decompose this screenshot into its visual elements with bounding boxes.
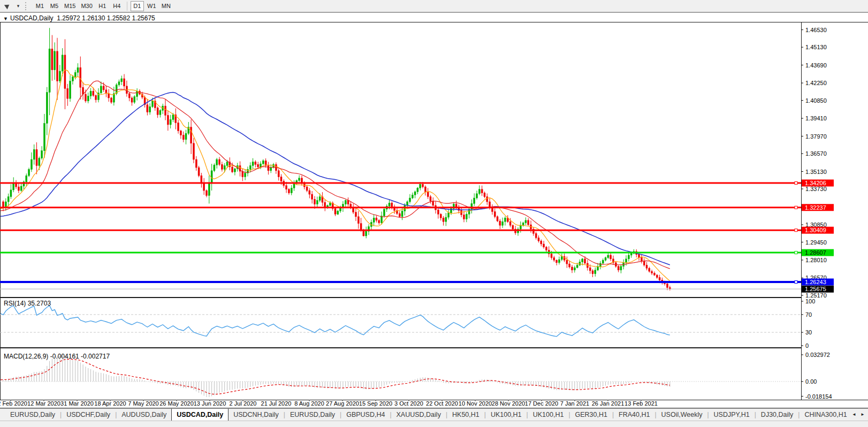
- chart-tab-DJ30-Daily[interactable]: DJ30,Daily: [756, 409, 798, 421]
- svg-text:1.26243: 1.26243: [805, 279, 826, 285]
- svg-text:0.032972: 0.032972: [805, 352, 830, 358]
- svg-text:1.28010: 1.28010: [805, 257, 827, 263]
- cursor-tool-icon[interactable]: [1, 1, 14, 11]
- chart-tab-bar: EURUSD,Daily|USDCHF,Daily|AUDUSD,DailyUS…: [0, 408, 868, 421]
- top-toolbar: ▾ M1M5M15M30H1H4D1W1MN: [0, 0, 868, 12]
- timeframe-button-D1[interactable]: D1: [131, 1, 144, 11]
- tab-scroll-right-icon[interactable]: ►: [858, 410, 867, 419]
- timeframe-button-M5[interactable]: M5: [48, 1, 61, 11]
- chart-window: 1.465301.451301.436901.422501.408501.394…: [0, 12, 868, 408]
- svg-text:7 Jan 2021: 7 Jan 2021: [560, 400, 589, 407]
- svg-text:22 Feb 2020: 22 Feb 2020: [0, 400, 27, 407]
- timeframe-button-W1[interactable]: W1: [145, 1, 158, 11]
- toolbar-separator: [127, 2, 127, 11]
- price-tag-1.32237: 1.32237: [802, 204, 834, 211]
- chart-tab-XAUUSD-Daily[interactable]: XAUUSD,Daily: [392, 409, 446, 421]
- price-tag-1.28607: 1.28607: [802, 249, 834, 256]
- svg-text:22 Oct 2020: 22 Oct 2020: [426, 400, 458, 407]
- price-chart-canvas[interactable]: 1.465301.451301.436901.422501.408501.394…: [0, 12, 868, 408]
- svg-text:1.39410: 1.39410: [805, 115, 827, 121]
- svg-text:13 Feb 2021: 13 Feb 2021: [625, 400, 658, 407]
- macd-indicator-label: MACD(12,26,9) -0.004161 -0.002717: [4, 353, 110, 360]
- price-tag-1.34206: 1.34206: [802, 180, 834, 187]
- timeframe-button-MN[interactable]: MN: [159, 1, 173, 11]
- svg-text:70: 70: [805, 311, 812, 318]
- timeframe-button-M15[interactable]: M15: [62, 1, 78, 11]
- svg-text:18 Apr 2020: 18 Apr 2020: [94, 400, 126, 407]
- svg-text:15 Sep 2020: 15 Sep 2020: [359, 400, 392, 407]
- svg-text:1.46530: 1.46530: [805, 27, 827, 33]
- chart-title: ▼USDCAD,Daily 1.25972 1.26130 1.25582 1.…: [3, 14, 155, 22]
- svg-text:21 Jul 2020: 21 Jul 2020: [261, 400, 292, 407]
- svg-text:31 Mar 2020: 31 Mar 2020: [60, 400, 94, 407]
- timeframe-button-H4[interactable]: H4: [110, 1, 124, 11]
- svg-text:1.42250: 1.42250: [805, 80, 827, 86]
- svg-text:27 Aug 2020: 27 Aug 2020: [326, 400, 359, 407]
- chart-tab-USDCNH-Daily[interactable]: USDCNH,Daily: [229, 409, 284, 421]
- svg-text:12 Mar 2020: 12 Mar 2020: [27, 400, 60, 407]
- chart-tab-EURUSD-Daily[interactable]: EURUSD,Daily: [285, 409, 340, 421]
- svg-text:7 May 2020: 7 May 2020: [128, 400, 158, 407]
- chart-tab-USDCAD-Daily[interactable]: USDCAD,Daily: [171, 408, 229, 421]
- chart-tab-USOil-Weekly[interactable]: USOil,Weekly: [657, 409, 707, 421]
- chart-tab-CHINA300-H1[interactable]: CHINA300,H1: [800, 409, 851, 421]
- svg-text:0: 0: [805, 342, 809, 349]
- svg-text:26 Jan 2021: 26 Jan 2021: [592, 400, 625, 407]
- svg-text:100: 100: [805, 298, 815, 304]
- toolbar-grip[interactable]: [25, 2, 28, 10]
- svg-text:1.35130: 1.35130: [805, 169, 827, 175]
- chart-tab-GER30-H1[interactable]: GER30,H1: [570, 409, 612, 421]
- svg-text:1.32237: 1.32237: [805, 204, 826, 211]
- timeframe-button-M1[interactable]: M1: [33, 1, 47, 11]
- chart-tab-USDCHF-Daily[interactable]: USDCHF,Daily: [62, 409, 115, 421]
- svg-text:1.33730: 1.33730: [805, 186, 827, 192]
- chart-tab-USDJPY-H1[interactable]: USDJPY,H1: [709, 409, 755, 421]
- tab-scroll-buttons: ◄ ►: [850, 410, 867, 419]
- svg-text:1.25675: 1.25675: [805, 286, 826, 292]
- svg-text:0.00: 0.00: [805, 378, 817, 385]
- chart-tab-HK50-H1[interactable]: HK50,H1: [447, 409, 484, 421]
- chart-tab-UK100-H1[interactable]: UK100,H1: [486, 409, 527, 421]
- tab-scroll-left-icon[interactable]: ◄: [850, 410, 858, 419]
- svg-text:30: 30: [805, 329, 812, 336]
- price-hline-1.26243[interactable]: [0, 281, 801, 284]
- svg-text:1.29450: 1.29450: [805, 239, 827, 246]
- svg-text:1.43690: 1.43690: [805, 62, 827, 68]
- svg-text:17 Dec 2020: 17 Dec 2020: [525, 400, 558, 407]
- svg-text:10 Nov 2020: 10 Nov 2020: [459, 400, 492, 407]
- price-tag-1.30409: 1.30409: [802, 227, 834, 234]
- svg-text:1.34206: 1.34206: [805, 180, 826, 186]
- svg-text:1.30409: 1.30409: [805, 227, 826, 233]
- svg-text:1.45130: 1.45130: [805, 44, 827, 50]
- svg-text:1.28607: 1.28607: [805, 249, 826, 256]
- timeframe-button-H1[interactable]: H1: [96, 1, 109, 11]
- chart-tab-EURUSD-Daily[interactable]: EURUSD,Daily: [5, 409, 60, 421]
- svg-text:1.40850: 1.40850: [805, 97, 827, 104]
- svg-text:28 Nov 2020: 28 Nov 2020: [492, 400, 525, 407]
- chart-tab-UK100-H1[interactable]: UK100,H1: [528, 409, 569, 421]
- svg-text:3 Oct 2020: 3 Oct 2020: [394, 400, 423, 407]
- svg-text:2 Jul 2020: 2 Jul 2020: [230, 400, 257, 407]
- svg-text:-0.018154: -0.018154: [805, 393, 832, 400]
- timeframe-button-M30[interactable]: M30: [79, 1, 94, 11]
- chart-tab-AUDUSD-Daily[interactable]: AUDUSD,Daily: [117, 409, 171, 421]
- rsi-indicator-label: RSI(14) 35.2703: [4, 300, 51, 307]
- timeframe-button-group: M1M5M15M30H1H4D1W1MN: [33, 1, 173, 11]
- chevron-down-icon[interactable]: ▾: [14, 3, 22, 9]
- chart-tab-FRA40-H1[interactable]: FRA40,H1: [614, 409, 654, 421]
- svg-text:26 May 2020: 26 May 2020: [159, 400, 194, 407]
- status-strip: [0, 421, 868, 427]
- chart-symbol-period: USDCAD,Daily: [10, 14, 54, 22]
- price-tag-1.26243: 1.26243: [802, 279, 834, 286]
- collapse-chart-icon[interactable]: ▼: [3, 16, 8, 21]
- svg-text:13 Jun 2020: 13 Jun 2020: [194, 400, 226, 407]
- price-tag-1.25675: 1.25675: [802, 286, 834, 293]
- svg-text:1.36570: 1.36570: [805, 150, 827, 157]
- svg-text:1.37970: 1.37970: [805, 133, 827, 140]
- chart-ohlc-values: 1.25972 1.26130 1.25582 1.25675: [57, 14, 155, 22]
- svg-text:8 Aug 2020: 8 Aug 2020: [294, 400, 324, 407]
- chart-tab-GBPUSD-H4[interactable]: GBPUSD,H4: [341, 409, 390, 421]
